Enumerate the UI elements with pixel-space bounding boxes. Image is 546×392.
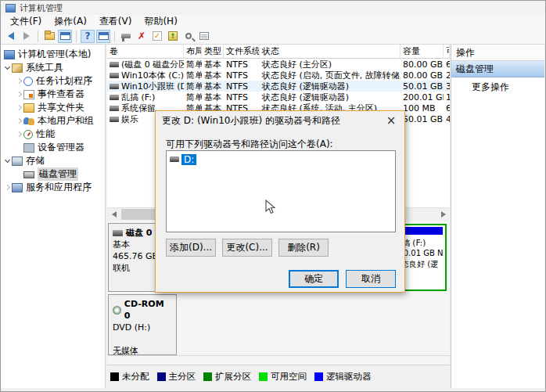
services-icon — [12, 183, 23, 192]
add-button[interactable]: 添加(D)... — [166, 239, 216, 257]
tree-item-shared-folders[interactable]: 共享文件夹 — [1, 101, 105, 114]
column-header-type[interactable]: 类型 — [202, 45, 224, 59]
folder-export-icon[interactable] — [42, 30, 56, 43]
tree-item-computer-management[interactable]: 计算机管理(本地) — [1, 48, 105, 61]
volume-icon — [110, 117, 119, 122]
volume-icon — [110, 62, 119, 67]
legend-free-space: 可用空间 — [259, 371, 307, 383]
action-pane-icon[interactable] — [96, 30, 110, 43]
mouse-cursor — [265, 200, 276, 215]
disk-icon — [23, 171, 34, 178]
table-row[interactable]: Win10本体 (C:) 简单 基本 NTFS 状态良好 (启动, 页面文件, … — [107, 70, 450, 81]
chevron-right-icon[interactable] — [15, 119, 23, 123]
shared-folder-icon — [23, 103, 34, 113]
disk-icon — [113, 230, 123, 236]
menu-view[interactable]: 查看(V) — [93, 14, 138, 29]
gauge-icon — [23, 130, 33, 139]
toolbar-separator — [114, 31, 115, 42]
up-folder-icon[interactable]: ↑ — [166, 30, 180, 43]
column-header-filesystem[interactable]: 文件系统 — [224, 45, 260, 59]
check-icon[interactable]: ✓ — [150, 30, 164, 43]
app-icon — [5, 4, 16, 13]
column-header-free[interactable]: 可 — [444, 45, 450, 59]
toolbar-separator — [76, 31, 77, 42]
volume-icon — [170, 156, 179, 162]
divider — [107, 355, 450, 356]
computer-icon — [4, 50, 15, 59]
drive-letter-listbox[interactable]: D: — [166, 150, 396, 232]
change-button[interactable]: 更改(C)... — [222, 239, 272, 257]
console-tree: 计算机管理(本地) 系统工具 任务计划程序 事件查看器 共享文件夹 本地用户和组 — [1, 45, 106, 388]
tree-item-system-tools[interactable]: 系统工具 — [1, 61, 105, 74]
volume-icon — [110, 73, 119, 78]
table-row[interactable]: (磁盘 0 磁盘分区 2) 简单 基本 NTFS 状态良好 (主分区) 80.0… — [107, 59, 450, 70]
tree-item-disk-management[interactable]: 磁盘管理 — [1, 167, 105, 181]
title-bar: 计算机管理 — [1, 1, 545, 15]
chevron-down-icon[interactable] — [3, 160, 11, 162]
tools-icon — [12, 63, 23, 73]
chevron-right-icon[interactable] — [15, 132, 23, 136]
scroll-left-icon[interactable] — [107, 208, 120, 221]
close-icon[interactable]: × — [384, 113, 398, 128]
legend-primary: 主分区 — [157, 371, 196, 383]
computer-management-window: 计算机管理 文件(F) 操作(A) 查看(V) 帮助(H) ? ✗ ✓ ↑ 计算… — [0, 0, 546, 392]
chevron-right-icon[interactable] — [15, 106, 23, 110]
ok-button[interactable]: 确定 — [289, 270, 339, 288]
legend-swatch — [157, 372, 166, 381]
legend-extended: 扩展分区 — [203, 371, 251, 383]
volume-list-header: 卷 布局 类型 文件系统 状态 容量 可 — [107, 45, 450, 59]
properties-icon[interactable] — [197, 30, 211, 43]
legend-bar: 未分配 主分区 扩展分区 可用空间 逻辑驱动器 — [107, 365, 450, 388]
cdrom-drive: DVD (H:) — [113, 322, 172, 333]
actions-group-disk-management[interactable]: 磁盘管理 — [451, 61, 544, 77]
chevron-right-icon[interactable] — [3, 185, 11, 189]
tree-item-services-applications[interactable]: 服务和应用程序 — [1, 181, 105, 194]
table-row-selected[interactable]: Win10小跟班 (D:) 简单 基本 NTFS 状态良好 (逻辑驱动器) 50… — [107, 81, 450, 92]
remove-button[interactable]: 删除(R) — [278, 239, 329, 257]
menu-action[interactable]: 操作(A) — [48, 14, 93, 29]
chevron-right-icon[interactable] — [15, 79, 23, 83]
users-icon — [23, 117, 34, 126]
toolbar: ? ✗ ✓ ↑ — [1, 28, 545, 45]
column-header-layout[interactable]: 布局 — [184, 45, 202, 59]
menu-bar: 文件(F) 操作(A) 查看(V) 帮助(H) — [1, 15, 545, 28]
scroll-right-icon[interactable] — [436, 208, 450, 221]
toolbar-separator — [38, 31, 38, 42]
forward-icon[interactable] — [20, 30, 34, 43]
column-header-status[interactable]: 状态 — [260, 45, 401, 59]
help-icon[interactable]: ? — [81, 30, 95, 43]
device-icon — [23, 143, 34, 153]
storage-icon — [12, 156, 23, 166]
legend-swatch — [203, 372, 212, 381]
tree-item-device-manager[interactable]: 设备管理器 — [1, 141, 105, 154]
chevron-down-icon[interactable] — [3, 67, 11, 69]
dialog-title: 更改 D: (Win10小跟班) 的驱动器号和路径 — [162, 114, 384, 128]
list-item-selected[interactable]: D: — [170, 154, 196, 165]
actions-panel: 操作 磁盘管理 更多操作 — [451, 45, 544, 388]
tree-item-event-viewer[interactable]: 事件查看器 — [1, 88, 105, 101]
tree-item-task-scheduler[interactable]: 任务计划程序 — [1, 74, 105, 88]
chevron-right-icon[interactable] — [15, 92, 23, 96]
volume-icon — [110, 106, 119, 111]
menu-file[interactable]: 文件(F) — [4, 14, 48, 29]
column-header-volume[interactable]: 卷 — [107, 45, 184, 59]
cd-icon — [113, 306, 121, 315]
tree-item-storage[interactable]: 存储 — [1, 154, 105, 167]
table-row[interactable]: 乱搞 (F:) 简单 基本 NTFS 状态良好 (逻辑驱动器) 200.01 G… — [107, 92, 450, 102]
menu-help[interactable]: 帮助(H) — [138, 14, 183, 29]
cdrom-info-box[interactable]: CD-ROM 0 DVD (H:) 无媒体 — [108, 294, 177, 355]
more-actions[interactable]: 更多操作 — [451, 77, 544, 96]
delete-icon[interactable]: ✗ — [135, 30, 149, 43]
cancel-button[interactable]: 取消 — [346, 270, 396, 288]
tree-item-local-users-groups[interactable]: 本地用户和组 — [1, 114, 105, 128]
change-drive-letter-dialog: 更改 D: (Win10小跟班) 的驱动器号和路径 × 可用下列驱动器号和路径访… — [155, 110, 405, 293]
legend-swatch — [314, 372, 323, 381]
column-header-capacity[interactable]: 容量 — [401, 45, 444, 59]
tool-icon[interactable] — [119, 30, 133, 43]
console-tree-icon[interactable] — [58, 30, 72, 43]
legend-swatch — [110, 372, 119, 381]
search-icon[interactable] — [181, 30, 196, 43]
volume-icon — [110, 84, 119, 89]
tree-item-performance[interactable]: 性能 — [1, 128, 105, 141]
back-icon[interactable] — [4, 30, 18, 43]
